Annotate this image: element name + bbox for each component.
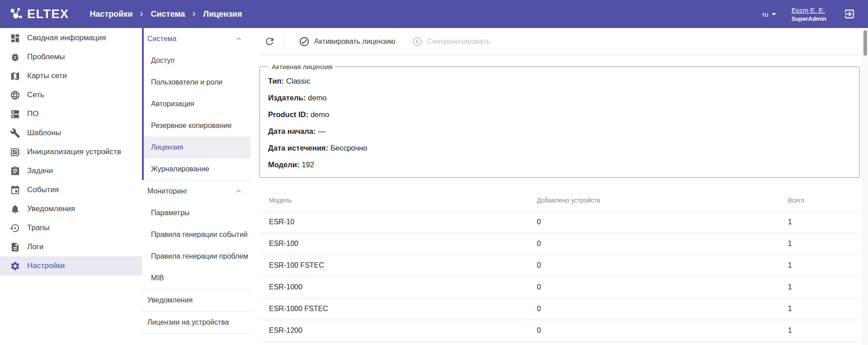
sidebar-item-traps[interactable]: Трапы <box>0 218 142 237</box>
user-name: Eccm E. E. <box>792 6 826 14</box>
main-content: Активировать лицензию Синхронизировать А… <box>250 28 868 345</box>
check-circle-icon <box>299 36 310 47</box>
sidebar-item-label: Инициализация устройств <box>27 147 121 156</box>
sidebar-item-device-init[interactable]: Инициализация устройств <box>0 142 142 161</box>
submenu-section-system: Система Доступ Пользователи и роли Автор… <box>142 28 250 180</box>
license-field-start-date: Дата начала:— <box>268 126 851 136</box>
refresh-button[interactable] <box>259 32 279 52</box>
column-header-model: Модель <box>259 189 537 211</box>
breadcrumb-item-settings[interactable]: Настройки <box>90 9 133 19</box>
license-field-models: Модели:192 <box>268 160 851 170</box>
chevron-right-icon <box>189 9 198 19</box>
sidebar-item-label: Сводная информация <box>27 33 106 43</box>
cell-added: 0 <box>537 255 788 276</box>
eltex-logo[interactable]: ELTEX <box>8 6 69 22</box>
activate-license-label: Активировать лицензию <box>314 38 396 46</box>
sidebar-item-label: ПО <box>27 109 38 118</box>
brand-name: ELTEX <box>27 7 69 21</box>
cell-total: 1 <box>788 233 860 255</box>
submenu-item-users-roles[interactable]: Пользователи и роли <box>142 71 250 93</box>
cell-added: 0 <box>537 320 788 341</box>
submenu-item-authorization[interactable]: Авторизация <box>142 93 250 115</box>
topbar-right: ru Eccm E. E. SuperAdmin <box>762 6 857 22</box>
license-field-product-id: Product ID:demo <box>268 109 851 119</box>
cell-added: 0 <box>537 298 788 320</box>
scrollbar-thumb[interactable] <box>863 30 867 56</box>
cell-model: ESR-100 <box>259 233 537 255</box>
submenu-section-notifications-header[interactable]: Уведомления <box>142 289 250 311</box>
synchronize-button[interactable]: Синхронизировать <box>405 32 498 52</box>
submenu-section-notifications: Уведомления <box>142 289 250 312</box>
language-selector[interactable]: ru <box>762 10 776 18</box>
sidebar-item-problems[interactable]: Проблемы <box>0 47 142 66</box>
table-header-row: Модель Добавлено устройств Всего <box>259 189 860 211</box>
license-field-type: Тип:Classic <box>268 76 851 86</box>
sidebar-item-label: Задачи <box>27 166 53 175</box>
submenu-item-logging[interactable]: Журналирование <box>142 158 250 180</box>
activate-license-button[interactable]: Активировать лицензию <box>292 32 403 52</box>
license-field-issuer: Издатель:demo <box>268 93 851 103</box>
submenu-section-label: Мониторинг <box>147 187 188 195</box>
submenu-item-mib[interactable]: MIB <box>142 267 250 289</box>
table-row: ESR-100 0 1 <box>259 233 860 255</box>
submenu-item-access[interactable]: Доступ <box>142 50 250 71</box>
cell-total: 1 <box>788 211 860 233</box>
models-table: Модель Добавлено устройств Всего ESR-10 … <box>259 189 860 342</box>
submenu-section-monitoring-header[interactable]: Мониторинг <box>142 180 250 202</box>
sidebar-item-network[interactable]: Сеть <box>0 85 142 104</box>
sidebar-item-label: События <box>27 185 59 194</box>
sidebar-item-templates[interactable]: Шаблоны <box>0 123 142 142</box>
submenu-section-monitoring: Мониторинг Параметры Правила генерации с… <box>142 180 250 289</box>
cell-model: ESR-1000 FSTEC <box>259 298 537 320</box>
logout-button[interactable] <box>842 6 857 22</box>
problems-icon <box>10 52 20 62</box>
cell-total: 1 <box>788 320 860 341</box>
toolbar: Активировать лицензию Синхронизировать <box>259 28 860 55</box>
submenu-item-problem-rules[interactable]: Правила генерации проблем <box>142 246 250 267</box>
chevron-up-icon <box>234 34 243 43</box>
sidebar-item-label: Логи <box>27 242 43 251</box>
sidebar-item-software[interactable]: ПО <box>0 104 142 123</box>
breadcrumb-item-system[interactable]: Система <box>151 9 185 19</box>
table-row: ESR-100 FSTEC 0 1 <box>259 255 860 276</box>
sidebar-item-logs[interactable]: Логи <box>0 237 142 256</box>
wrench-icon <box>10 128 20 138</box>
logout-icon <box>844 8 855 20</box>
cell-added: 0 <box>537 233 788 255</box>
cell-added: 0 <box>537 211 788 233</box>
sidebar-item-events[interactable]: События <box>0 180 142 199</box>
breadcrumb-item-license[interactable]: Лицензия <box>203 9 242 19</box>
logs-icon <box>10 242 20 252</box>
sidebar-item-notifications[interactable]: Уведомления <box>0 199 142 218</box>
submenu-section-system-header[interactable]: Система <box>142 28 250 50</box>
user-menu[interactable]: Eccm E. E. SuperAdmin <box>792 6 826 22</box>
table-row: ESR-1200 0 1 <box>259 320 860 341</box>
submenu-item-license[interactable]: Лицензия <box>142 137 250 158</box>
cell-model: ESR-1200 <box>259 320 537 341</box>
calendar-icon <box>10 185 20 195</box>
submenu-section-device-licenses-header[interactable]: Лицензии на устройства <box>142 312 250 333</box>
caret-down-icon <box>772 13 776 15</box>
submenu-item-event-rules[interactable]: Правила генерации событий <box>142 224 250 246</box>
sidebar-item-summary[interactable]: Сводная информация <box>0 28 142 47</box>
sidebar-item-network-maps[interactable]: Карты сети <box>0 66 142 85</box>
active-license-panel: Активная лицензия Тип:Classic Издатель:d… <box>259 63 860 178</box>
sidebar-item-label: Уведомления <box>27 204 75 213</box>
submenu-item-parameters[interactable]: Параметры <box>142 202 250 224</box>
globe-icon <box>10 90 20 100</box>
language-code: ru <box>762 10 768 18</box>
sidebar-item-settings[interactable]: Настройки <box>0 256 142 275</box>
gear-icon <box>10 261 20 271</box>
vertical-scrollbar[interactable] <box>862 28 868 345</box>
cell-model: ESR-10 <box>259 211 537 233</box>
bell-icon <box>10 204 20 214</box>
submenu-item-backup[interactable]: Резервное копирование <box>142 115 250 137</box>
active-license-legend: Активная лицензия <box>269 63 335 71</box>
network-map-icon <box>10 71 20 81</box>
cell-total: 1 <box>788 276 860 298</box>
synchronize-label: Синхронизировать <box>427 38 491 46</box>
cell-total: 1 <box>788 298 860 320</box>
submenu-section-label: Лицензии на устройства <box>147 318 229 326</box>
sidebar-item-tasks[interactable]: Задачи <box>0 161 142 180</box>
traps-icon <box>10 223 20 233</box>
